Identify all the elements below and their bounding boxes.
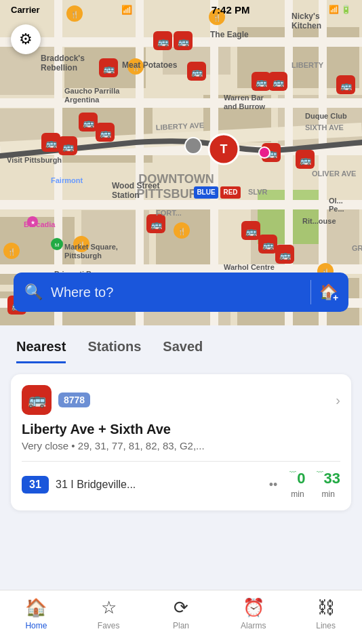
- home-nav-icon: 🏠: [25, 597, 47, 618]
- bottom-nav: 🏠 Home ☆ Faves ⟳ Plan ⏰ Alarms ⛓ Lines: [0, 590, 362, 644]
- arrival-block-2: 〰 33 min: [317, 470, 340, 500]
- divider-line: [22, 461, 340, 462]
- svg-text:and Burrow: and Burrow: [224, 102, 266, 110]
- gear-icon: ⚙: [19, 31, 33, 48]
- bus-emoji: 🚌: [28, 391, 46, 409]
- loading-dots: ••: [269, 478, 278, 492]
- svg-text:🚌: 🚌: [245, 226, 258, 237]
- nav-lines[interactable]: ⛓ Lines: [306, 597, 346, 630]
- svg-text:🚌: 🚌: [300, 155, 312, 166]
- nav-plan-label: Plan: [173, 621, 189, 630]
- nav-home[interactable]: 🏠 Home: [16, 597, 56, 630]
- arrival-time-2: 33: [324, 470, 340, 487]
- svg-text:🚌: 🚌: [279, 249, 291, 261]
- svg-text:Pittsburgh: Pittsburgh: [64, 251, 102, 260]
- svg-text:Rit...ouse: Rit...ouse: [302, 217, 336, 225]
- bus-icon: 🚌: [22, 385, 52, 415]
- svg-text:Kitchen: Kitchen: [291, 21, 321, 31]
- arrival-block-1: 〰 0 min: [289, 470, 305, 500]
- svg-text:🚌: 🚌: [256, 77, 268, 88]
- settings-button[interactable]: ⚙: [11, 24, 41, 54]
- svg-text:🚌: 🚌: [340, 80, 353, 92]
- nav-faves-label: Faves: [98, 621, 120, 630]
- svg-text:M: M: [55, 242, 60, 248]
- arrival-label-2: min: [322, 489, 335, 499]
- svg-text:🚌: 🚌: [45, 138, 58, 149]
- svg-text:★: ★: [31, 220, 35, 226]
- chevron-right-icon[interactable]: ›: [336, 393, 340, 408]
- svg-text:🚌: 🚌: [178, 36, 190, 47]
- svg-text:Station: Station: [112, 190, 140, 200]
- arrival-label-1: min: [291, 489, 304, 499]
- svg-text:SLVR: SLVR: [248, 188, 268, 196]
- svg-text:RED: RED: [223, 188, 237, 196]
- nav-plan[interactable]: ⟳ Plan: [161, 597, 201, 630]
- svg-text:🚌: 🚌: [191, 66, 203, 78]
- svg-text:Warhol Centre: Warhol Centre: [224, 263, 275, 271]
- svg-text:Rebellion: Rebellion: [41, 63, 77, 73]
- svg-text:Meat Potatoes: Meat Potatoes: [122, 60, 178, 70]
- route-row: 31 31 I Bridgeville... •• 〰 0 min 〰: [22, 470, 340, 500]
- arrival-times: 〰 0 min 〰 33 min: [289, 470, 340, 500]
- stop-number-badge: 8778: [58, 393, 90, 407]
- stop-name: Liberty Ave + Sixth Ave: [22, 422, 340, 437]
- svg-text:Wood Street: Wood Street: [112, 181, 159, 190]
- status-bar: Carrier 📶 7:42 PM 📶 🔋: [0, 0, 362, 19]
- svg-text:🚌: 🚌: [103, 63, 115, 75]
- svg-text:Gaucho Parrilla: Gaucho Parrilla: [64, 87, 120, 95]
- nav-lines-label: Lines: [316, 621, 336, 630]
- nav-faves[interactable]: ☆ Faves: [88, 597, 129, 630]
- stop-card: 🚌 8778 › Liberty Ave + Sixth Ave Very cl…: [11, 374, 351, 510]
- status-icons: 📶 🔋: [329, 5, 351, 14]
- star-nav-icon: ☆: [101, 597, 117, 618]
- nav-home-label: Home: [25, 621, 47, 630]
- svg-text:Pe...: Pe...: [329, 205, 344, 213]
- search-input[interactable]: Where to?: [51, 285, 302, 300]
- svg-text:BLUE: BLUE: [197, 188, 216, 196]
- search-icon: 🔍: [24, 283, 43, 301]
- search-divider: [310, 280, 311, 304]
- tab-saved[interactable]: Saved: [163, 339, 203, 363]
- carrier-text: Carrier: [11, 5, 40, 15]
- svg-text:🚌: 🚌: [262, 239, 275, 251]
- stop-card-left: 🚌 8778: [22, 385, 90, 415]
- svg-text:Fairmont: Fairmont: [51, 176, 83, 184]
- time-display: 7:42 PM: [212, 4, 250, 16]
- svg-text:LIBERTY: LIBERTY: [291, 61, 324, 69]
- svg-text:🚌: 🚌: [62, 141, 75, 153]
- svg-text:Duque Club: Duque Club: [305, 112, 347, 120]
- map-view: T DOWNTOWN PITTSBURGH BLUE RED SLVR 🚌 🚌 …: [0, 0, 362, 325]
- tab-stations[interactable]: Stations: [87, 339, 141, 363]
- stop-card-header: 🚌 8778 ›: [22, 385, 340, 415]
- svg-text:FORT...: FORT...: [156, 209, 182, 217]
- svg-text:Visit Pittsburgh: Visit Pittsburgh: [7, 156, 62, 164]
- svg-text:🚌: 🚌: [273, 77, 285, 88]
- arrival-time-1: 0: [297, 470, 305, 487]
- svg-text:SIXTH AVE: SIXTH AVE: [305, 123, 344, 132]
- plan-nav-icon: ⟳: [174, 597, 188, 618]
- route-destination: 31 I Bridgeville...: [56, 479, 262, 491]
- alarm-nav-icon: ⏰: [243, 597, 264, 618]
- svg-text:OLIVER AVE: OLIVER AVE: [312, 169, 356, 178]
- svg-text:The Eagle: The Eagle: [210, 30, 249, 39]
- route-badge: 31: [22, 476, 49, 494]
- tab-nearest[interactable]: Nearest: [16, 339, 66, 363]
- tab-bar: Nearest Stations Saved: [0, 325, 362, 363]
- svg-text:Warren Bar: Warren Bar: [224, 94, 264, 102]
- content-area: 🚌 8778 › Liberty Ave + Sixth Ave Very cl…: [0, 363, 362, 580]
- svg-text:🍴: 🍴: [178, 227, 186, 236]
- svg-text:GRANT: GRANT: [352, 244, 362, 252]
- svg-text:T: T: [220, 142, 228, 156]
- svg-text:🚌: 🚌: [150, 219, 163, 230]
- nav-alarms-label: Alarms: [241, 621, 266, 630]
- svg-text:🚌: 🚌: [100, 127, 112, 139]
- svg-text:Market Square,: Market Square,: [64, 243, 118, 251]
- svg-text:Ol...: Ol...: [329, 197, 343, 205]
- stop-subtitle: Very close • 29, 31, 77, 81, 82, 83, G2,…: [22, 440, 340, 451]
- svg-text:Argentina: Argentina: [64, 96, 100, 104]
- bottom-panel: Nearest Stations Saved 🚌 8778 › Liberty …: [0, 325, 362, 644]
- svg-text:🚌: 🚌: [157, 36, 169, 47]
- nav-alarms[interactable]: ⏰ Alarms: [233, 597, 274, 630]
- search-bar[interactable]: 🔍 Where to? 🏠 +: [14, 273, 348, 312]
- svg-point-89: [259, 147, 270, 158]
